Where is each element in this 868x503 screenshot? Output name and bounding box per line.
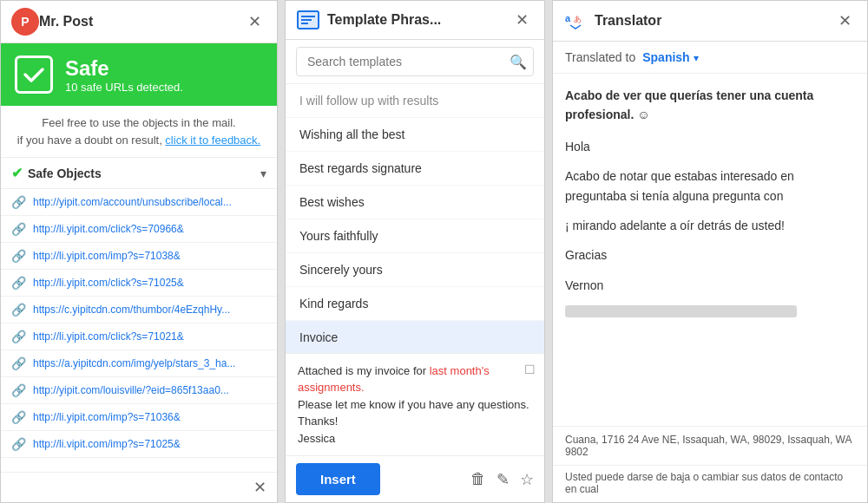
list-item[interactable]: Yours faithfully	[286, 219, 544, 253]
list-item[interactable]: Best wishes	[286, 186, 544, 219]
list-item[interactable]: 🔗 https://c.yipitcdn.com/thumbor/4eEzqhH…	[1, 297, 277, 323]
safe-objects-header: ✔ Safe Objects ▾	[1, 158, 277, 189]
translator-lang-bar: Translated to Spanish ▾	[553, 42, 867, 74]
delete-button[interactable]: ✕	[253, 478, 266, 497]
list-item[interactable]: 🔗 http://yipit.com/account/unsubscribe/l…	[1, 189, 277, 216]
safe-subtitle: 10 safe URLs detected.	[65, 81, 183, 94]
list-item[interactable]: 🔗 http://li.yipit.com/click?s=70966&	[1, 216, 277, 243]
url-text: https://a.yipitcdn.com/img/yelp/stars_3_…	[33, 357, 235, 369]
language-name: Spanish	[642, 50, 689, 64]
star-template-button[interactable]: ☆	[520, 470, 534, 489]
translator-para-2: Hola	[565, 137, 855, 156]
edit-template-button[interactable]: ✎	[496, 470, 510, 489]
unsubscribe-link[interactable]: darse	[627, 471, 653, 483]
mrpost-title: Mr. Post	[39, 14, 243, 29]
list-item[interactable]: Kind regards	[286, 287, 544, 321]
translator-close-button[interactable]: ✕	[833, 10, 857, 32]
list-item[interactable]: 🔗 http://li.yipit.com/imp?s=71036&	[1, 404, 277, 431]
mrpost-header: P Mr. Post ✕	[1, 1, 277, 43]
safe-label: Safe	[65, 56, 183, 81]
template-preview: ☐ Attached is my invoice for last month'…	[286, 354, 544, 457]
preview-highlight: last month's assignments.	[298, 364, 490, 395]
blurred-content	[565, 305, 797, 317]
list-item-invoice[interactable]: Invoice	[286, 321, 544, 354]
footer-text-2: de baja o	[656, 471, 699, 483]
list-item[interactable]: Wishing all the best	[286, 118, 544, 152]
feedback-text: Feel free to use the objects in the mail…	[17, 116, 260, 147]
translator-panel: a あ Translator ✕ Translated to Spanish ▾…	[552, 0, 868, 503]
translated-to-label: Translated to	[565, 50, 635, 64]
safe-banner: Safe 10 safe URLs detected.	[1, 43, 277, 106]
footer-text-3: en cual	[565, 483, 599, 495]
feedback-area: Feel free to use the objects in the mail…	[1, 106, 277, 158]
list-item[interactable]: 🔗 https://a.yipitcdn.com/img/yelp/stars_…	[1, 350, 277, 377]
expand-icon[interactable]: ☐	[524, 361, 536, 379]
url-text: http://yipit.com/louisville/?eid=865f13a…	[33, 384, 229, 396]
delete-template-button[interactable]: 🗑	[470, 470, 486, 489]
search-input[interactable]	[296, 47, 534, 76]
list-item[interactable]: 🔗 http://li.vipit.com/imp?s=71025&	[1, 431, 277, 458]
link-icon: 🔗	[11, 303, 26, 317]
template-action-icons: 🗑 ✎ ☆	[470, 470, 534, 489]
template-title: Template Phras...	[327, 12, 510, 28]
mrpost-close-button[interactable]: ✕	[243, 10, 266, 33]
preview-line2: Thanks!Jessica	[298, 413, 532, 447]
translator-icon: a あ	[563, 8, 589, 34]
list-item[interactable]: Sincerely yours	[286, 253, 544, 287]
template-panel: Template Phras... ✕ 🔍 I will follow up w…	[285, 0, 545, 503]
list-item[interactable]: 🔗 http://li.yipit.com/imp?s=71038&	[1, 243, 277, 270]
language-selector[interactable]: Spanish ▾	[642, 50, 698, 64]
link-icon: 🔗	[11, 383, 26, 397]
template-icon	[296, 8, 320, 32]
template-close-button[interactable]: ✕	[510, 9, 534, 31]
url-text: http://yipit.com/account/unsubscribe/loc…	[33, 196, 232, 208]
template-header: Template Phras... ✕	[286, 1, 544, 40]
url-text: http://li.yipit.com/imp?s=71036&	[33, 411, 181, 423]
list-item[interactable]: 🔗 http://li.yipit.com/click?s=71021&	[1, 323, 277, 350]
list-item[interactable]: Best regards signature	[286, 152, 544, 186]
svg-text:P: P	[21, 15, 29, 29]
url-text: http://li.yipit.com/click?s=71021&	[33, 330, 184, 343]
svg-text:a: a	[565, 13, 571, 23]
contact-link[interactable]: cambiar sus datos de contacto	[702, 471, 844, 483]
mrpost-footer: ✕	[1, 472, 277, 502]
link-icon: 🔗	[11, 330, 26, 343]
url-text: http://li.vipit.com/imp?s=71025&	[33, 438, 181, 450]
translator-links-footer: Usted puede darse de baja o cambiar sus …	[553, 465, 867, 502]
safe-text: Safe 10 safe URLs detected.	[65, 56, 183, 94]
translator-para-1: Acabo de ver que querías tener una cuent…	[565, 86, 855, 125]
mrpost-panel: P Mr. Post ✕ Safe 10 safe URLs detected.…	[0, 0, 278, 503]
url-text: https://c.yipitcdn.com/thumbor/4eEzqhHy.…	[33, 304, 230, 316]
link-icon: 🔗	[11, 249, 26, 263]
list-item[interactable]: 🔗 http://li.yipit.com/click?s=71025&	[1, 270, 277, 297]
translator-content: Acabo de ver que querías tener una cuent…	[553, 74, 867, 426]
insert-button[interactable]: Insert	[296, 463, 380, 495]
safe-objects-header-left: ✔ Safe Objects	[11, 165, 102, 181]
list-item[interactable]: I will follow up with results	[286, 84, 544, 118]
safe-objects-chevron-icon[interactable]: ▾	[260, 167, 266, 180]
safe-objects-label: Safe Objects	[28, 167, 102, 180]
list-item[interactable]: 🔗 http://yipit.com/louisville/?eid=865f1…	[1, 377, 277, 404]
search-button[interactable]: 🔍	[510, 54, 527, 70]
translator-para-6: Vernon	[565, 276, 855, 295]
footer-text-1: Usted puede	[565, 471, 624, 483]
safe-objects-check-icon: ✔	[11, 165, 23, 181]
translator-para-5: Gracias	[565, 245, 855, 265]
translator-address: Cuana, 1716 24 Ave NE, Issaquah, WA, 980…	[565, 434, 852, 458]
url-text: http://li.yipit.com/click?s=71025&	[33, 277, 184, 289]
translator-header: a あ Translator ✕	[553, 1, 867, 42]
translator-address-footer: Cuana, 1716 24 Ave NE, Issaquah, WA, 980…	[553, 426, 867, 465]
link-icon: 🔗	[11, 222, 26, 236]
url-text: http://li.yipit.com/click?s=70966&	[33, 223, 184, 235]
safe-check-icon	[15, 56, 53, 94]
template-toolbar: Insert 🗑 ✎ ☆	[286, 456, 544, 502]
template-search-area: 🔍	[286, 40, 544, 84]
feedback-link[interactable]: click it to feedback.	[165, 134, 260, 147]
link-icon: 🔗	[11, 276, 26, 290]
url-list: 🔗 http://yipit.com/account/unsubscribe/l…	[1, 189, 277, 472]
mrpost-logo-icon: P	[11, 8, 39, 36]
link-icon: 🔗	[11, 437, 26, 451]
svg-text:あ: あ	[574, 15, 582, 23]
translator-para-3: Acabo de notar que estabas interesado en…	[565, 167, 855, 206]
link-icon: 🔗	[11, 410, 26, 424]
